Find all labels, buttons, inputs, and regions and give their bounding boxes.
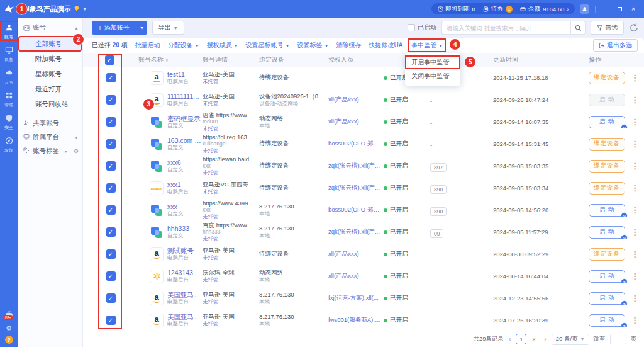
gift-icon[interactable]: 99+ xyxy=(5,310,13,321)
window-minimize-button[interactable] xyxy=(601,6,610,13)
row-action-button[interactable]: 启 动⚙ xyxy=(589,270,625,283)
authorized-members[interactable]: fxj(运营-方某),xll(... xyxy=(328,294,384,302)
table-row[interactable]: ✓ 163.com 2024-09-14 ... 自定义 https://dl.… xyxy=(83,133,644,155)
page-size-select[interactable]: 20 条/页 ▼ xyxy=(552,334,589,345)
account-name[interactable]: 163.com 2024-09-14 ... xyxy=(167,137,203,144)
managed-status[interactable]: 未托管 xyxy=(203,236,255,242)
authorized-members[interactable]: xll(产品xxx) xyxy=(328,96,384,104)
user-avatar[interactable] xyxy=(580,4,589,14)
account-name[interactable]: test11 xyxy=(167,71,189,78)
window-maximize-button[interactable] xyxy=(615,6,624,13)
row-action-button[interactable]: 绑定设备 xyxy=(589,248,625,261)
table-row[interactable]: ✓ amazon xxx1 电脑后台 亚马逊VC-墨西哥未托管 待绑定设备 zq… xyxy=(83,177,644,199)
more-actions-icon[interactable]: ⋮ xyxy=(631,183,639,193)
row-action-button[interactable]: 启 动 xyxy=(589,94,625,106)
workspace-switcher[interactable]: ZN象鸟产品演示 ▼ xyxy=(20,4,87,14)
row-checkbox[interactable]: ✓ xyxy=(106,316,116,325)
more-actions-icon[interactable]: ⋮ xyxy=(631,249,639,259)
account-name[interactable]: xxx6 xyxy=(167,159,184,166)
authorized-members[interactable]: xll(产品xxx) xyxy=(328,118,384,126)
managed-status[interactable]: 未托管 xyxy=(203,321,255,327)
row-checkbox[interactable]: ✓ xyxy=(106,95,116,105)
row-checkbox[interactable]: ✓ xyxy=(106,205,116,215)
authorized-members[interactable]: boss002(CFO-郑某... xyxy=(328,206,384,214)
managed-status[interactable]: 未托管 xyxy=(203,169,255,176)
row-action-button[interactable]: 启 动⚙ xyxy=(589,314,625,327)
jump-page-input[interactable] xyxy=(610,334,626,344)
table-row[interactable]: ✓ hhh333 自定义 百度 https://www.bai...hhh333… xyxy=(83,221,644,243)
settings-gear-icon[interactable]: ⚙ xyxy=(6,325,12,332)
rail-item-3[interactable]: 云号 xyxy=(0,67,18,86)
authorized-members[interactable]: xll(产品xxx) xyxy=(328,250,384,258)
account-name[interactable]: 美国亚马逊-鞋店 xyxy=(167,314,203,321)
authorized-members[interactable]: fws001(服务商A),y... xyxy=(328,316,384,324)
quick-settings-gear-icon[interactable]: ⚙ xyxy=(621,322,628,327)
sort-icon[interactable]: ▲▼ xyxy=(165,57,169,62)
filter-button[interactable]: 筛选 xyxy=(591,21,624,35)
authorized-members[interactable]: zqk(张云楷),xll(产... xyxy=(328,162,384,170)
authorized-members[interactable]: boss002(CFO-郑某... xyxy=(328,140,384,148)
menu-item-enable-monitor[interactable]: 开启事中监管5 xyxy=(405,55,460,69)
row-action-button[interactable]: 启 动⚙ xyxy=(589,292,625,305)
more-actions-icon[interactable]: ⋮ xyxy=(631,271,639,281)
table-row[interactable]: ✓ xxx6 自定义 https://lewan.baidu.c...xxx未托… xyxy=(83,155,644,177)
row-checkbox[interactable]: ✓ xyxy=(106,227,116,237)
quick-settings-gear-icon[interactable]: ⚙ xyxy=(621,278,628,283)
page-number-1[interactable]: 1 xyxy=(516,334,526,344)
next-page-button[interactable]: › xyxy=(543,336,547,343)
row-action-button[interactable]: 启 动⚙ xyxy=(589,204,625,217)
table-row[interactable]: ✓ a 美国亚马逊-鞋店 电脑后台 亚马逊-美国未托管 8.217.76.130… xyxy=(83,309,644,331)
table-row[interactable]: ✓ a 测试账号 电脑后台 亚马逊-美国未托管 待绑定设备 xll(产品xxx)… xyxy=(83,243,644,265)
search-button[interactable] xyxy=(570,21,586,35)
more-actions-icon[interactable]: ⋮ xyxy=(631,293,639,303)
add-account-split-button[interactable]: +添加账号 ▼ xyxy=(92,21,147,35)
managed-status[interactable]: 未托管 xyxy=(203,78,255,85)
account-name[interactable]: 1243143 xyxy=(167,270,193,276)
managed-status[interactable]: 未托管 xyxy=(203,188,255,195)
managed-status[interactable]: 未托管 xyxy=(203,254,255,261)
more-actions-icon[interactable]: ⋮ xyxy=(631,316,639,325)
bulk-action-1[interactable]: 批量启动 xyxy=(135,41,160,50)
quick-settings-gear-icon[interactable]: ⚙ xyxy=(621,300,628,305)
row-action-button[interactable]: 绑定设备 xyxy=(589,182,625,195)
add-account-dropdown-toggle[interactable]: ▼ xyxy=(136,21,147,35)
row-action-button[interactable]: 启 动⚙ xyxy=(589,116,625,128)
todo-item[interactable]: 待办 1 xyxy=(483,5,513,13)
more-actions-icon[interactable]: ⋮ xyxy=(631,95,639,105)
bulk-action-5[interactable]: 设置标签▼ xyxy=(297,41,329,50)
row-checkbox[interactable]: ✓ xyxy=(106,249,116,259)
started-checkbox[interactable] xyxy=(408,24,415,31)
managed-status[interactable]: 未托管 xyxy=(203,276,255,283)
rail-item-5[interactable]: 安全 xyxy=(0,112,18,131)
account-name[interactable]: 测试账号 xyxy=(167,247,194,254)
quick-settings-gear-icon[interactable]: ⚙ xyxy=(621,212,628,217)
row-action-button[interactable]: 绑定设备 xyxy=(589,138,625,151)
managed-status[interactable]: 未托管 xyxy=(203,125,255,132)
quick-settings-gear-icon[interactable]: ⚙ xyxy=(621,124,628,128)
authorized-members[interactable]: xll(产品xxx) xyxy=(328,272,384,280)
sidebar-link-1[interactable]: 共享账号 xyxy=(18,117,82,130)
account-name[interactable]: hhh333 xyxy=(167,225,189,232)
quick-settings-gear-icon[interactable]: ⚙ xyxy=(621,234,628,239)
sidebar-item-3[interactable]: 星标账号 xyxy=(19,67,81,81)
bulk-action-3[interactable]: 授权成员▼ xyxy=(207,41,238,50)
managed-status[interactable]: 未托管 xyxy=(203,100,255,107)
window-close-button[interactable]: × xyxy=(629,6,638,13)
table-row[interactable]: ✓ a 111111111111 电脑后台 亚马逊-美国未托管 设备池20240… xyxy=(83,89,644,111)
bulk-action-2[interactable]: 分配设备▼ xyxy=(168,41,199,50)
prev-page-button[interactable]: ‹ xyxy=(508,336,511,343)
menu-item-disable-monitor[interactable]: 关闭事中监管 xyxy=(405,69,460,83)
page-number-2[interactable]: 2 xyxy=(528,334,539,344)
row-checkbox[interactable]: ✓ xyxy=(106,271,116,281)
row-checkbox[interactable]: ✓ xyxy=(106,183,116,193)
managed-status[interactable]: 未托管 xyxy=(203,213,255,220)
authorized-members[interactable]: zqk(张云楷),xll(产... xyxy=(328,184,384,192)
table-row[interactable]: ✓ xxx 自定义 https://www.4399.com/xxx未托管 8.… xyxy=(83,199,644,221)
row-action-button[interactable]: 启 动⚙ xyxy=(589,226,625,239)
column-header-1[interactable]: 账号名称▲▼ xyxy=(138,55,203,64)
row-checkbox[interactable]: ✓ xyxy=(106,139,116,149)
row-checkbox[interactable]: ✓ xyxy=(106,73,116,82)
table-row[interactable]: ✓ 1243143 电脑后台 沃尔玛-全球未托管 动态网络本地 xll(产品xx… xyxy=(83,265,644,287)
account-name[interactable]: xxx1 xyxy=(167,181,189,188)
row-action-button[interactable]: 绑定设备 xyxy=(589,72,625,84)
